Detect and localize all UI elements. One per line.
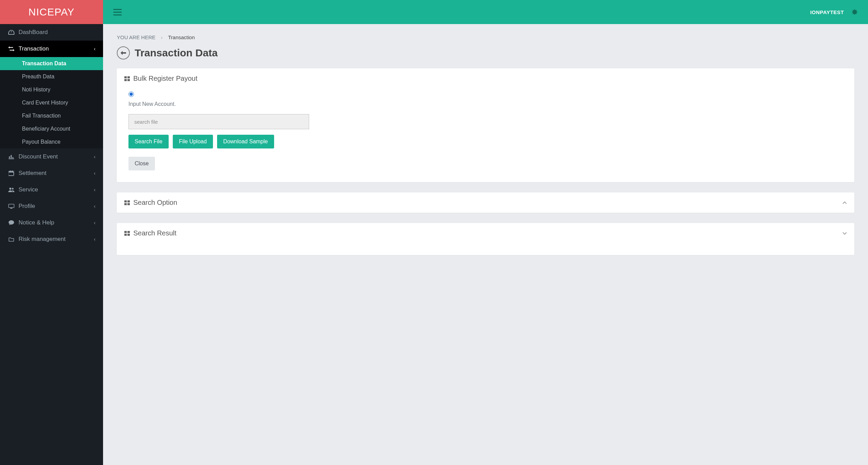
page-title-row: Transaction Data — [117, 46, 854, 59]
subnav-transaction-data[interactable]: Transaction Data — [0, 57, 103, 70]
subnav-label: Transaction Data — [22, 60, 66, 66]
panel-header[interactable]: Search Option — [117, 192, 854, 213]
back-button[interactable] — [117, 46, 130, 59]
svg-rect-0 — [9, 172, 14, 173]
sidebar-item-settlement[interactable]: Settlement ‹ — [0, 165, 103, 181]
chevron-left-icon: ‹ — [94, 170, 95, 176]
calendar-icon — [8, 170, 15, 176]
menu-toggle-button[interactable] — [113, 9, 122, 15]
subnav-label: Preauth Data — [22, 74, 54, 79]
subnav-preauth-data[interactable]: Preauth Data — [0, 70, 103, 83]
sidebar-item-notice-help[interactable]: Notice & Help ‹ — [0, 214, 103, 231]
sidebar-item-label: Risk management — [19, 236, 66, 243]
sidebar-item-dashboard[interactable]: DashBoard — [0, 24, 103, 41]
brand-logo: NICEPAY — [0, 0, 103, 24]
svg-rect-17 — [127, 234, 130, 236]
sidebar-item-label: Service — [19, 186, 38, 193]
subnav-fail-transaction[interactable]: Fail Transaction — [0, 109, 103, 122]
page-title: Transaction Data — [135, 47, 218, 59]
panel-search-option: Search Option — [117, 192, 854, 213]
comment-icon — [8, 220, 15, 225]
subnav-payout-balance[interactable]: Payout Balance — [0, 135, 103, 148]
svg-point-2 — [9, 188, 11, 190]
download-sample-button[interactable]: Download Sample — [217, 135, 274, 148]
subnav-label: Noti History — [22, 87, 50, 92]
subnav-noti-history[interactable]: Noti History — [0, 83, 103, 96]
search-file-input[interactable] — [128, 114, 309, 129]
bulk-buttons-row: Search File File Upload Download Sample — [128, 135, 843, 148]
chevron-right-icon: › — [161, 35, 163, 40]
panel-header[interactable]: Search Result — [117, 223, 854, 243]
svg-rect-7 — [127, 76, 130, 78]
breadcrumb: YOU ARE HERE › Transaction — [117, 34, 854, 40]
sidebar-item-label: Profile — [19, 203, 35, 210]
chevron-left-icon: ‹ — [94, 154, 95, 159]
subnav-label: Beneficiary Account — [22, 126, 70, 132]
svg-rect-6 — [124, 76, 127, 78]
sidebar-item-transaction[interactable]: Transaction ‹ — [0, 41, 103, 57]
svg-rect-8 — [124, 79, 127, 81]
breadcrumb-current: Transaction — [168, 34, 195, 40]
svg-rect-13 — [127, 203, 130, 205]
breadcrumb-label: YOU ARE HERE — [117, 34, 156, 40]
sidebar-item-discount-event[interactable]: Discount Event ‹ — [0, 148, 103, 165]
transaction-submenu: Transaction Data Preauth Data Noti Histo… — [0, 57, 103, 148]
grid-icon — [124, 76, 130, 81]
folder-icon — [8, 237, 15, 242]
chevron-down-icon — [843, 232, 847, 235]
search-file-button[interactable]: Search File — [128, 135, 169, 148]
chevron-left-icon: ‹ — [94, 187, 95, 192]
gear-icon[interactable] — [851, 9, 858, 15]
svg-rect-9 — [127, 79, 130, 81]
sidebar-item-label: DashBoard — [19, 29, 48, 36]
file-upload-button[interactable]: File Upload — [173, 135, 213, 148]
grid-icon — [124, 200, 130, 205]
chevron-left-icon: ‹ — [94, 236, 95, 242]
subnav-label: Card Event History — [22, 100, 68, 106]
svg-rect-15 — [127, 231, 130, 233]
svg-point-3 — [12, 188, 14, 190]
users-icon — [8, 187, 15, 192]
sidebar-item-service[interactable]: Service ‹ — [0, 181, 103, 198]
radio-label: Input New Account. — [128, 101, 843, 107]
svg-rect-11 — [127, 200, 130, 202]
content-area: YOU ARE HERE › Transaction Transaction D… — [103, 24, 868, 465]
panel-search-result: Search Result — [117, 223, 854, 255]
account-type-radio-group — [128, 91, 843, 98]
sidebar-item-label: Settlement — [19, 170, 46, 177]
sidebar-item-profile[interactable]: Profile ‹ — [0, 198, 103, 214]
chevron-left-icon: ‹ — [94, 46, 95, 52]
panel-title: Search Result — [133, 229, 177, 237]
panel-bulk-register-payout: Bulk Register Payout Input New Account. … — [117, 68, 854, 182]
topbar: IONPAYTEST — [103, 0, 868, 24]
svg-rect-14 — [124, 231, 127, 233]
svg-rect-5 — [10, 208, 12, 209]
transfer-icon — [8, 46, 15, 51]
subnav-label: Fail Transaction — [22, 113, 61, 119]
input-new-account-radio[interactable] — [128, 91, 134, 97]
close-button[interactable]: Close — [128, 157, 155, 170]
chevron-left-icon: ‹ — [94, 203, 95, 209]
sidebar: NICEPAY DashBoard Transaction ‹ Transact… — [0, 0, 103, 465]
sidebar-item-label: Transaction — [19, 45, 49, 52]
sidebar-item-label: Notice & Help — [19, 219, 54, 226]
svg-rect-16 — [124, 234, 127, 236]
panel-title: Search Option — [133, 199, 177, 207]
grid-icon — [124, 231, 130, 236]
subnav-beneficiary-account[interactable]: Beneficiary Account — [0, 122, 103, 135]
chevron-up-icon — [843, 201, 847, 204]
chart-icon — [8, 154, 15, 159]
topbar-right: IONPAYTEST — [810, 9, 858, 15]
panel-header: Bulk Register Payout — [117, 68, 854, 89]
dashboard-icon — [8, 30, 15, 35]
brand-text: NICEPAY — [29, 6, 75, 18]
sidebar-item-label: Discount Event — [19, 153, 58, 160]
subnav-card-event-history[interactable]: Card Event History — [0, 96, 103, 109]
user-label[interactable]: IONPAYTEST — [810, 9, 844, 15]
panel-title: Bulk Register Payout — [133, 75, 198, 82]
panel-body: Input New Account. Search File File Uplo… — [117, 89, 854, 182]
monitor-icon — [8, 204, 15, 209]
sidebar-item-risk-management[interactable]: Risk management ‹ — [0, 231, 103, 247]
main-column: IONPAYTEST YOU ARE HERE › Transaction Tr… — [103, 0, 868, 465]
subnav-label: Payout Balance — [22, 139, 60, 145]
